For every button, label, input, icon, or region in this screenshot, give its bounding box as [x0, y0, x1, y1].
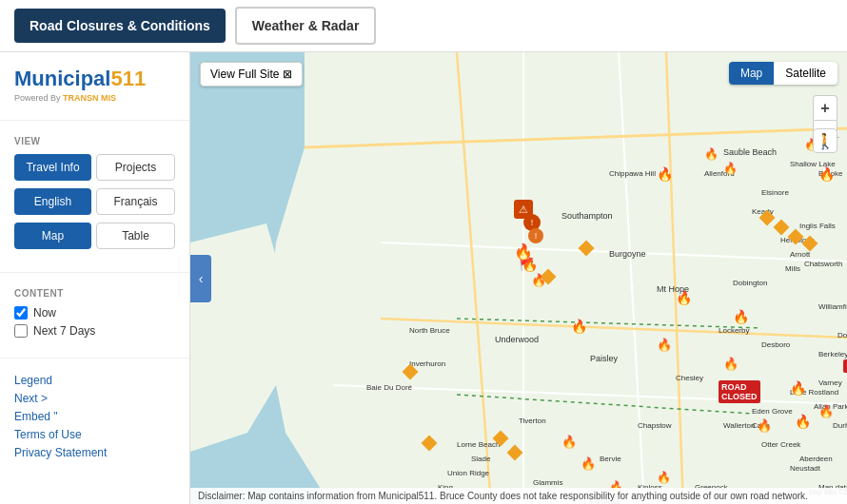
svg-line-10 [457, 52, 495, 504]
links-section: Legend Next > Embed " Terms of Use Priva… [0, 366, 189, 472]
now-label: Now [33, 306, 56, 320]
svg-text:Wallerton: Wallerton [723, 421, 756, 430]
diamond-road-2[interactable] [774, 220, 790, 236]
privacy-link[interactable]: Privacy Statement [14, 446, 175, 459]
view-section: VIEW Travel Info Projects English França… [0, 128, 189, 264]
svg-line-6 [381, 242, 847, 262]
svg-text:Aberdeen: Aberdeen [799, 455, 833, 463]
logo-511: 511 [110, 67, 146, 91]
svg-text:Neustadt: Neustadt [790, 464, 821, 473]
svg-text:Slade: Slade [471, 455, 491, 463]
divider-1 [0, 120, 189, 121]
svg-text:Eden Grove: Eden Grove [752, 407, 793, 416]
logo-municipal: Municipal [14, 67, 110, 91]
divider-3 [0, 358, 189, 359]
next7-label: Next 7 Days [33, 324, 95, 338]
svg-text:Williamfield: Williamfield [818, 302, 847, 311]
svg-line-11 [666, 52, 685, 504]
embed-link[interactable]: Embed " [14, 410, 175, 423]
marker-3[interactable]: ! [528, 228, 543, 243]
english-button[interactable]: English [14, 188, 91, 215]
incident-sw-4[interactable]: 🔥 [657, 471, 671, 484]
svg-text:Inglis Falls: Inglis Falls [799, 222, 836, 230]
incident-2[interactable]: 🔥 [704, 147, 719, 161]
terms-link[interactable]: Terms of Use [14, 428, 175, 441]
tab-weather-radar[interactable]: Weather & Radar [235, 7, 377, 45]
map-container[interactable]: Sauble Beach Shallow Lake Southampton Bu… [190, 52, 847, 504]
svg-text:Chatsworth: Chatsworth [804, 260, 842, 268]
incident-mid-1[interactable]: 🔥 [676, 290, 692, 305]
diamond-road-1[interactable] [759, 210, 776, 226]
incident-7[interactable]: 🔥 [790, 380, 806, 396]
tab-road-closures[interactable]: Road Closures & Conditions [14, 9, 226, 43]
diamond-1[interactable] [579, 241, 595, 257]
map-toolbar: View Full Site ⊠ [200, 62, 303, 87]
diamond-south-3[interactable] [422, 436, 438, 452]
zoom-in-button[interactable]: + [813, 95, 837, 120]
diamond-road-4[interactable] [802, 236, 818, 252]
collapse-button[interactable]: ‹ [190, 255, 211, 302]
road-closed-1[interactable]: ROADCLOSED [719, 380, 760, 403]
svg-line-7 [333, 385, 847, 404]
logo-area: Municipal 511 Powered By TRANSN MIS [0, 52, 189, 112]
sidebar: Municipal 511 Powered By TRANSN MIS VIEW… [0, 52, 190, 504]
incident-5[interactable]: 🔥 [657, 338, 672, 352]
road-closed-2[interactable]: 🚫 [843, 359, 847, 373]
diamond-south-2[interactable] [507, 445, 523, 461]
svg-marker-1 [266, 52, 847, 504]
incident-n-1[interactable]: 🔥 [818, 166, 835, 182]
logo: Municipal 511 [14, 67, 175, 91]
fire-marker-3[interactable]: 🔥 [531, 273, 546, 287]
incident-3[interactable]: 🔥 [723, 162, 738, 175]
svg-text:Desboro: Desboro [761, 340, 791, 349]
incident-10[interactable]: 🔥 [818, 404, 834, 418]
svg-text:Burgoyne: Burgoyne [609, 249, 646, 259]
content-label: CONTENT [14, 288, 175, 299]
francais-button[interactable]: Français [96, 188, 175, 215]
incident-1[interactable]: 🔥 [657, 166, 673, 182]
travel-info-button[interactable]: Travel Info [14, 154, 91, 181]
svg-line-5 [619, 52, 647, 504]
legend-link[interactable]: Legend [14, 374, 175, 387]
diamond-south-1[interactable] [493, 431, 509, 447]
incident-4[interactable]: 🔥 [571, 319, 587, 334]
svg-text:Dornoeh: Dornoeh [837, 331, 847, 339]
travel-projects-group: Travel Info Projects [14, 154, 175, 181]
map-table-group: Map Table [14, 223, 175, 249]
incident-sw-2[interactable]: 🔥 [581, 456, 596, 471]
incident-sw-1[interactable]: 🔥 [561, 435, 577, 449]
svg-text:Glammis: Glammis [533, 478, 563, 487]
svg-text:Arnott: Arnott [790, 250, 811, 259]
incident-8[interactable]: 🔥 [757, 418, 772, 433]
app-container: Road Closures & Conditions Weather & Rad… [0, 0, 847, 504]
next-link[interactable]: Next > [14, 392, 175, 405]
svg-text:North Bruce: North Bruce [409, 326, 450, 335]
projects-button[interactable]: Projects [96, 154, 175, 181]
svg-text:Chippawa Hill: Chippawa Hill [609, 169, 656, 178]
svg-text:Underwood: Underwood [495, 335, 539, 344]
svg-text:Varney: Varney [818, 378, 842, 387]
map-type-satellite[interactable]: Satellite [774, 62, 837, 85]
divider-2 [0, 272, 189, 273]
svg-line-9 [381, 319, 847, 338]
map-button[interactable]: Map [14, 223, 91, 249]
now-checkbox[interactable] [14, 306, 28, 320]
fire-marker-2[interactable]: 🔥 [522, 257, 538, 272]
table-button[interactable]: Table [96, 223, 175, 249]
svg-text:Lorne Beach: Lorne Beach [457, 440, 500, 449]
incident-6[interactable]: 🔥 [723, 357, 739, 371]
svg-text:Tiverton: Tiverton [519, 417, 546, 425]
map-type-buttons: Map Satellite [729, 62, 837, 85]
view-full-site-button[interactable]: View Full Site ⊠ [200, 62, 303, 87]
incident-mid-2[interactable]: 🔥 [733, 309, 749, 324]
svg-text:Lockerby: Lockerby [719, 326, 749, 335]
map-type-map[interactable]: Map [729, 62, 774, 85]
incident-9[interactable]: 🔥 [795, 414, 811, 429]
next7-checkbox[interactable] [14, 324, 28, 338]
person-glyph: 🚶 [816, 132, 835, 150]
diamond-3[interactable] [403, 364, 419, 380]
main-area: Municipal 511 Powered By TRANSN MIS VIEW… [0, 52, 847, 504]
content-section: CONTENT Now Next 7 Days [0, 281, 189, 350]
street-view-icon[interactable]: 🚶 [813, 128, 837, 153]
next7-checkbox-row: Next 7 Days [14, 324, 175, 338]
